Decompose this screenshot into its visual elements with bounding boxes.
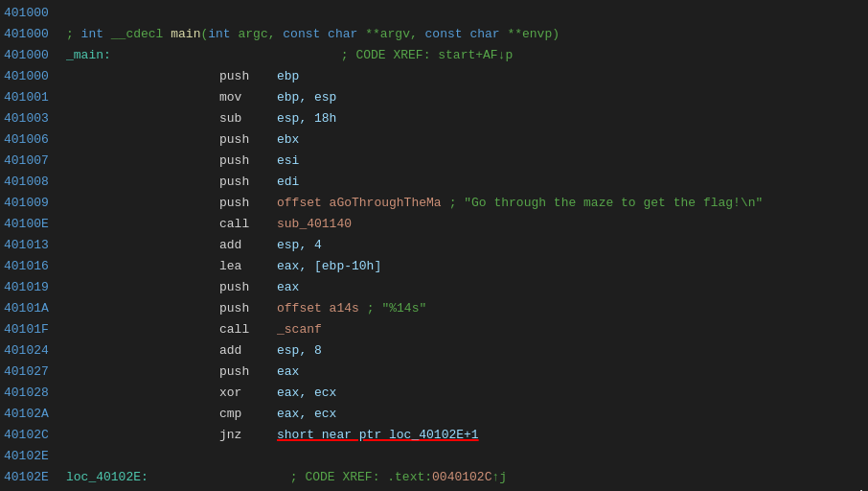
- code-line-push-eax: 401019 push eax: [0, 276, 868, 297]
- code-line-push-offset: 401009 push offset aGoThroughTheMa ; "Go…: [0, 192, 868, 213]
- code-line-add-4: 401013 add esp, 4: [0, 234, 868, 255]
- operand: esp, 8: [277, 343, 322, 358]
- function-signature: ; int __cdecl main(int argc, const char …: [66, 27, 560, 41]
- code-line-push-edi: 401008 push edi: [0, 171, 868, 192]
- mnemonic: add: [219, 238, 277, 252]
- mnemonic: lea: [219, 259, 277, 273]
- code-line-sub: 401003 sub esp, 18h: [0, 107, 868, 129]
- disassembly-view: 401000 401000 ; int __cdecl main(int arg…: [0, 0, 868, 491]
- operand: esp, 18h: [277, 111, 336, 126]
- mnemonic: add: [219, 343, 277, 358]
- operand: edi: [277, 175, 299, 189]
- mnemonic: push: [219, 175, 277, 189]
- mnemonic: push: [219, 364, 277, 379]
- code-line-call-ptr: 40102E call near ptr 0EC85D78Bh: [0, 487, 868, 491]
- code-line-empty: 40102E: [0, 445, 868, 466]
- xref-comment: ; CODE XREF: start+AF↓p: [341, 48, 513, 62]
- code-line-lea: 401016 lea eax, [ebp-10h]: [0, 255, 868, 276]
- code-line-push-ebp: 401000 push ebp: [0, 65, 868, 86]
- mnemonic: push: [219, 132, 277, 147]
- code-line-main-label: 401000 _main: ; CODE XREF: start+AF↓p: [0, 44, 868, 65]
- address: 401024: [4, 343, 66, 358]
- operand: eax, ecx: [277, 386, 336, 400]
- code-line: 401000: [0, 2, 868, 23]
- code-line-add-8: 401024 add esp, 8: [0, 339, 868, 361]
- comment: ; "Go through the maze to get the flag!\…: [449, 196, 764, 210]
- code-line-push-esi: 401007 push esi: [0, 150, 868, 171]
- address: 401006: [4, 132, 66, 147]
- mnemonic: call: [219, 217, 277, 231]
- address: 40102E: [4, 449, 66, 463]
- operand: sub_401140: [277, 217, 352, 231]
- address: 401016: [4, 259, 66, 273]
- code-line-loc-label: 40102E loc_40102E: ; CODE XREF: .text:00…: [0, 466, 868, 487]
- operand: eax, ecx: [277, 407, 336, 421]
- operand: esp, 4: [277, 238, 322, 252]
- operand: _scanf: [277, 322, 322, 337]
- operand: ebx: [277, 132, 299, 147]
- code-line-push-ebx: 401006 push ebx: [0, 129, 868, 150]
- address: 40101F: [4, 322, 66, 337]
- code-line-xor: 401028 xor eax, ecx: [0, 382, 868, 403]
- code-line-push-eax2: 401027 push eax: [0, 361, 868, 382]
- operand: offset aGoThroughTheMa: [277, 196, 442, 210]
- operand: eax, [ebp-10h]: [277, 259, 381, 273]
- operand: offset a14s: [277, 301, 359, 316]
- operand: eax: [277, 280, 299, 294]
- mnemonic: xor: [219, 386, 277, 400]
- loc-label: loc_40102E:: [66, 470, 148, 484]
- address: 401028: [4, 386, 66, 400]
- code-line-mov: 401001 mov ebp, esp: [0, 86, 868, 107]
- address: 401000: [4, 6, 66, 20]
- address: 401003: [4, 111, 66, 126]
- code-line-jnz: 40102C jnz short near ptr loc_40102E+1: [0, 424, 868, 445]
- mnemonic: mov: [219, 90, 277, 105]
- code-line-call-scanf: 40101F call _scanf: [0, 318, 868, 339]
- code-line-func-sig: 401000 ; int __cdecl main(int argc, cons…: [0, 23, 868, 44]
- code-line-cmp: 40102A cmp eax, ecx: [0, 403, 868, 424]
- address: 401000: [4, 48, 66, 62]
- address: 40100E: [4, 217, 66, 231]
- address: 401007: [4, 153, 66, 168]
- operand: esi: [277, 153, 299, 168]
- mnemonic: push: [219, 301, 277, 316]
- address: 401013: [4, 238, 66, 252]
- address: 40102A: [4, 407, 66, 421]
- comment: ; "%14s": [367, 301, 426, 316]
- mnemonic: call: [219, 322, 277, 337]
- mnemonic: push: [219, 196, 277, 210]
- address: 401019: [4, 280, 66, 294]
- xref-comment: ; CODE XREF: .text:0040102C↑j: [290, 470, 507, 484]
- operand-jnz: short near ptr loc_40102E+1: [277, 428, 479, 442]
- code-line-call-sub: 40100E call sub_401140: [0, 213, 868, 234]
- address: 40102C: [4, 428, 66, 442]
- mnemonic: push: [219, 153, 277, 168]
- address: 401000: [4, 69, 66, 83]
- operand: eax: [277, 364, 299, 379]
- address: 401001: [4, 90, 66, 105]
- address: 401009: [4, 196, 66, 210]
- address: 401027: [4, 364, 66, 379]
- mnemonic: cmp: [219, 407, 277, 421]
- operand: ebp: [277, 69, 299, 83]
- address: 40102E: [4, 470, 66, 484]
- address: 401008: [4, 175, 66, 189]
- operand: ebp, esp: [277, 90, 336, 105]
- mnemonic: jnz: [219, 428, 277, 442]
- mnemonic: push: [219, 280, 277, 294]
- mnemonic: push: [219, 69, 277, 83]
- address: 40101A: [4, 301, 66, 316]
- mnemonic: sub: [219, 111, 277, 126]
- address: 401000: [4, 27, 66, 41]
- main-label: _main:: [66, 48, 111, 62]
- code-line-push-a14s: 40101A push offset a14s ; "%14s": [0, 297, 868, 318]
